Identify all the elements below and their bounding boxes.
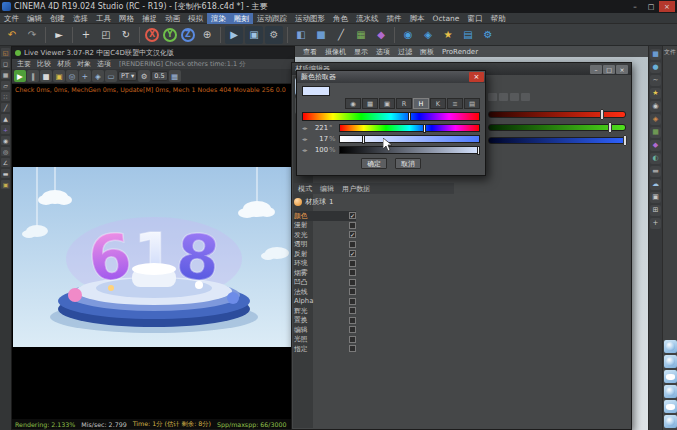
make-editable-icon[interactable]: ◱ xyxy=(1,48,10,57)
octane-light-icon[interactable]: ★ xyxy=(439,26,457,44)
lv-menu-main[interactable]: 主要 xyxy=(14,59,34,69)
material-cloud-1-thumbnail[interactable] xyxy=(664,370,677,383)
channel-checkbox[interactable] xyxy=(349,260,356,267)
octane-settings-icon[interactable]: ⚙ xyxy=(479,26,497,44)
value-value[interactable]: 100 xyxy=(310,146,328,154)
color-mode-icon-4[interactable] xyxy=(521,93,530,101)
enable-axis-icon[interactable]: + xyxy=(1,125,10,134)
add-sky-icon[interactable]: ☁ xyxy=(650,179,661,190)
material-editor-minimize-button[interactable]: – xyxy=(590,65,602,74)
add-camera-icon[interactable]: ◉ xyxy=(650,101,661,112)
menu-motion-tracker[interactable]: 运动跟踪 xyxy=(253,13,291,24)
channel-diffusion[interactable]: 漫射 xyxy=(294,221,356,231)
menu-sculpt[interactable]: 雕刻 xyxy=(230,13,253,24)
lv-region-render-icon[interactable]: ▭ xyxy=(105,70,117,82)
points-mode-icon[interactable]: ∷ xyxy=(1,92,10,101)
menu-select[interactable]: 选择 xyxy=(69,13,92,24)
picker-mode-rgb-icon[interactable]: R xyxy=(396,98,412,109)
blue-channel-slider[interactable] xyxy=(488,135,626,147)
material-editor-close-button[interactable]: × xyxy=(616,65,628,74)
vp-menu-panel[interactable]: 面板 xyxy=(416,47,438,57)
add-cube-icon[interactable]: ■ xyxy=(650,49,661,60)
channel-checkbox[interactable]: ✓ xyxy=(349,212,356,219)
lv-menu-materials[interactable]: 材质 xyxy=(54,59,74,69)
value-handle[interactable] xyxy=(477,146,480,155)
value-spinner[interactable]: ◂▸ xyxy=(302,147,310,153)
lock-workplane-icon[interactable]: ▣ xyxy=(1,180,10,189)
menu-file[interactable]: 文件 xyxy=(0,13,23,24)
channel-bump[interactable]: 凹凸 xyxy=(294,278,356,288)
spline-pen-icon[interactable]: ╱ xyxy=(332,26,350,44)
redo-icon[interactable]: ↷ xyxy=(23,26,41,44)
channel-checkbox[interactable]: ✓ xyxy=(349,231,356,238)
lv-pause-icon[interactable]: ‖ xyxy=(27,70,39,82)
blue-slider-handle[interactable] xyxy=(623,135,627,146)
hue-spectrum-bar[interactable] xyxy=(302,112,480,121)
channel-checkbox[interactable] xyxy=(349,269,356,276)
channel-illumination[interactable]: 光照 xyxy=(294,335,356,345)
add-spline-icon[interactable]: ~ xyxy=(650,75,661,86)
x-axis-icon[interactable]: X xyxy=(145,28,159,42)
live-selection-icon[interactable]: ► xyxy=(50,26,68,44)
channel-reflectance[interactable]: 反射✓ xyxy=(294,249,356,259)
rotate-icon[interactable]: ↻ xyxy=(117,26,135,44)
menu-mesh[interactable]: 网格 xyxy=(115,13,138,24)
add-tag-icon[interactable]: ▣ xyxy=(650,192,661,203)
lv-camera-sync-icon[interactable]: ◎ xyxy=(66,70,78,82)
material-sphere-3-thumbnail[interactable] xyxy=(664,385,677,398)
edges-mode-icon[interactable]: ╱ xyxy=(1,103,10,112)
octane-liveviewer-icon[interactable]: ◉ xyxy=(399,26,417,44)
menu-snap[interactable]: 捕捉 xyxy=(138,13,161,24)
add-light-icon[interactable]: ★ xyxy=(650,88,661,99)
y-axis-icon[interactable]: Y xyxy=(163,28,177,42)
viewport-solo-icon[interactable]: ◉ xyxy=(1,136,10,145)
picker-mode-spectrum-icon[interactable]: ▦ xyxy=(362,98,378,109)
add-sphere-icon[interactable]: ● xyxy=(650,62,661,73)
picker-mode-picture-icon[interactable]: ▣ xyxy=(379,98,395,109)
material-sphere-1-thumbnail[interactable] xyxy=(664,340,677,353)
menu-help[interactable]: 帮助 xyxy=(486,13,509,24)
workplane-icon[interactable]: ▬ xyxy=(1,169,10,178)
subdivision-surface-icon[interactable]: ◧ xyxy=(292,26,310,44)
menu-create[interactable]: 创建 xyxy=(46,13,69,24)
menu-simulate[interactable]: 模拟 xyxy=(184,13,207,24)
undo-icon[interactable]: ↶ xyxy=(3,26,21,44)
workplane-mode-icon[interactable]: ▱ xyxy=(1,81,10,90)
scale-icon[interactable]: ◰ xyxy=(97,26,115,44)
red-channel-slider[interactable] xyxy=(488,109,626,121)
live-viewer-titlebar[interactable]: Live Viewer 3.07-R2 中国C4D联盟中文汉化版 xyxy=(12,47,294,59)
menu-render[interactable]: 渲染 xyxy=(207,13,230,24)
channel-editor[interactable]: 编辑 xyxy=(294,325,356,335)
add-floor-icon[interactable]: ▬ xyxy=(650,166,661,177)
color-mode-icon-2[interactable] xyxy=(499,93,508,101)
material-sphere-2-thumbnail[interactable] xyxy=(664,355,677,368)
saturation-value[interactable]: 17 xyxy=(310,135,328,143)
color-picker-titlebar[interactable]: 颜色拾取器 × xyxy=(297,71,485,83)
hue-handle[interactable] xyxy=(423,124,426,133)
channel-checkbox[interactable] xyxy=(349,307,356,314)
texture-mode-icon[interactable]: ▦ xyxy=(1,70,10,79)
menu-pipeline[interactable]: 流水线 xyxy=(352,13,383,24)
mograph-cloner-icon[interactable]: ▦ xyxy=(352,26,370,44)
channel-luminance[interactable]: 发光✓ xyxy=(294,230,356,240)
vp-menu-display[interactable]: 显示 xyxy=(350,47,372,57)
channel-checkbox[interactable] xyxy=(349,279,356,286)
add-environment-icon[interactable]: ◐ xyxy=(650,153,661,164)
close-button[interactable]: × xyxy=(659,1,675,12)
lv-resolution-scale-chip[interactable]: 0.5 xyxy=(151,71,167,81)
picker-mode-hsv-icon[interactable]: H xyxy=(413,98,429,109)
menu-edit[interactable]: 编辑 xyxy=(23,13,46,24)
color-mode-icon-1[interactable] xyxy=(488,93,497,101)
minimize-button[interactable]: – xyxy=(627,1,643,12)
vp-menu-cameras[interactable]: 摄像机 xyxy=(321,47,350,57)
material-editor-maximize-button[interactable]: □ xyxy=(603,65,615,74)
menu-character[interactable]: 角色 xyxy=(329,13,352,24)
lv-focus-picker-icon[interactable]: + xyxy=(79,70,91,82)
picker-mode-swatches-icon[interactable]: ▤ xyxy=(464,98,480,109)
channel-displacement[interactable]: 置换 xyxy=(294,316,356,326)
picker-mode-wheel-icon[interactable]: ◉ xyxy=(345,98,361,109)
primitive-cube-icon[interactable]: ■ xyxy=(312,26,330,44)
channel-checkbox[interactable]: ✓ xyxy=(349,250,356,257)
channel-normal[interactable]: 法线 xyxy=(294,287,356,297)
tab-user-data[interactable]: 用户数据 xyxy=(338,184,374,194)
